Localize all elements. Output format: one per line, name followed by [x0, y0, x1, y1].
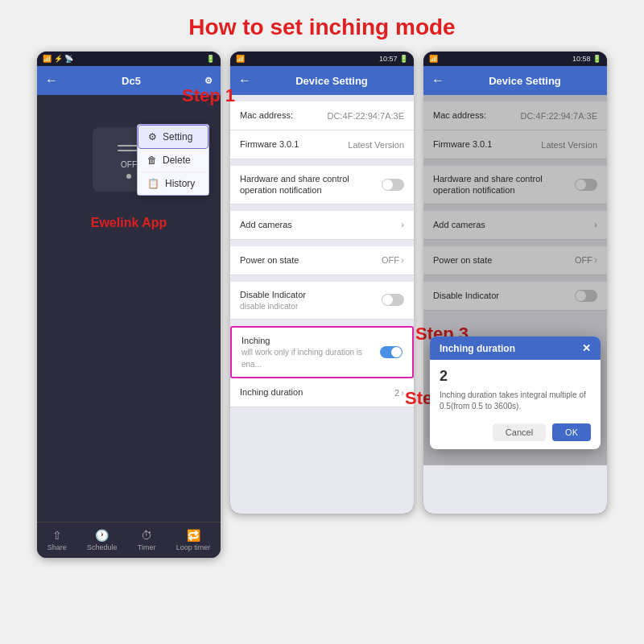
power-on-chevron: ›	[401, 254, 404, 266]
switch-dot	[126, 174, 131, 179]
dialog-description: Inching duration takes integral multiple…	[440, 390, 591, 412]
nav-item-loop-timer[interactable]: 🔁 Loop timer	[176, 529, 211, 551]
phone2-status-bar: 📶 10:57 🔋	[230, 52, 414, 66]
phone3-settings-body: Mac address: DC:4F:22:94:7A:3E Firmware …	[423, 95, 607, 514]
phone1-wrapper: 📶 ⚡ 📡 🔋 ← Dc5 ⚙ ⚙ Setting 🗑	[37, 52, 221, 558]
phone2-add-cameras[interactable]: Add cameras ›	[230, 211, 414, 240]
nav-label-loop-timer: Loop timer	[176, 543, 211, 551]
phone2-disable-indicator[interactable]: Disable Indicatordisable indicator	[230, 282, 414, 320]
firmware-label: Firmware 3.0.1	[240, 138, 348, 150]
phone1-back-arrow[interactable]: ←	[45, 73, 58, 88]
phone2-divider5	[230, 320, 414, 326]
power-on-value: OFF ›	[382, 254, 404, 266]
add-cameras-label: Add cameras	[240, 219, 401, 230]
page-title: How to set inching mode	[0, 0, 644, 52]
hw-notification-label: Hardware and share controloperation noti…	[240, 173, 382, 196]
inching-toggle[interactable]	[380, 346, 402, 358]
phone1-header-menu[interactable]: ⚙	[204, 76, 213, 86]
nav-label-share: Share	[47, 543, 67, 551]
nav-item-share[interactable]: ⇧ Share	[47, 529, 67, 551]
nav-label-timer: Timer	[138, 543, 156, 551]
switch-off-label: OFF	[121, 160, 137, 169]
phone2-settings-body: Mac address: DC:4F:22:94:7A:3E Firmware …	[230, 95, 414, 514]
schedule-icon: 🕐	[95, 529, 109, 542]
phone1: 📶 ⚡ 📡 🔋 ← Dc5 ⚙ ⚙ Setting 🗑	[37, 52, 221, 558]
phone2-divider1	[230, 159, 414, 166]
inching-duration-label: Inching duration	[240, 386, 394, 398]
di-toggle-circle	[382, 295, 393, 305]
disable-indicator-label: Disable Indicatordisable indicator	[240, 289, 382, 312]
phones-row: 📶 ⚡ 📡 🔋 ← Dc5 ⚙ ⚙ Setting 🗑	[0, 52, 644, 558]
phone1-header-title: Dc5	[64, 75, 198, 87]
dialog-cancel-button[interactable]: Cancel	[493, 423, 546, 441]
dialog-footer: Cancel OK	[430, 419, 601, 449]
phone3: 📶 10:58 🔋 ← Device Setting Mac address: …	[423, 52, 607, 514]
mac-value: DC:4F:22:94:7A:3E	[328, 111, 404, 121]
phone1-status-bar: 📶 ⚡ 📡 🔋	[37, 52, 221, 66]
phone3-back-arrow[interactable]: ←	[431, 73, 444, 88]
phone3-wrapper: 📶 10:58 🔋 ← Device Setting Mac address: …	[423, 52, 607, 514]
phone2-divider4	[230, 275, 414, 282]
disable-indicator-toggle[interactable]	[382, 294, 404, 306]
hw-toggle-circle	[382, 180, 393, 190]
phone2-status-left: 📶	[236, 55, 245, 63]
phone2-hw-notification[interactable]: Hardware and share controloperation noti…	[230, 166, 414, 204]
phone2-wrapper: 📶 10:57 🔋 ← Device Setting Mac address: …	[230, 52, 414, 514]
phone2-divider2	[230, 204, 414, 211]
dialog-title: Inching duration	[440, 343, 515, 354]
phone2-firmware: Firmware 3.0.1 Latest Version	[230, 130, 414, 159]
inching-duration-chevron: ›	[401, 387, 404, 398]
phone2-divider3	[230, 240, 414, 246]
dialog-header: Inching duration ✕	[430, 336, 601, 360]
history-icon: 📋	[147, 178, 159, 189]
phone3-header: ← Device Setting	[423, 66, 607, 95]
phone2: 📶 10:57 🔋 ← Device Setting Mac address: …	[230, 52, 414, 514]
phone2-inching[interactable]: Inchingwill work only if inching duratio…	[230, 326, 414, 378]
add-cameras-chevron: ›	[401, 220, 404, 229]
timer-icon: ⏱	[141, 529, 152, 542]
hw-notification-toggle[interactable]	[382, 179, 404, 191]
phone3-status-left: 📶	[429, 55, 438, 63]
setting-label: Setting	[163, 131, 192, 142]
dialog-ok-button[interactable]: OK	[552, 423, 591, 441]
phone2-mac-address: Mac address: DC:4F:22:94:7A:3E	[230, 101, 414, 130]
firmware-value: Latest Version	[348, 140, 404, 150]
phone3-status-right: 10:58 🔋	[572, 55, 601, 63]
setting-icon: ⚙	[148, 131, 157, 142]
dialog-value: 2	[440, 368, 591, 385]
phone1-bottom-nav: ⇧ Share 🕐 Schedule ⏱ Timer 🔁 Loop timer	[37, 522, 221, 558]
delete-label: Delete	[163, 155, 191, 166]
inching-label: Inchingwill work only if inching duratio…	[242, 335, 380, 369]
inching-duration-value: 2 ›	[394, 387, 404, 398]
history-label: History	[165, 178, 195, 189]
nav-item-schedule[interactable]: 🕐 Schedule	[87, 529, 118, 551]
dropdown-item-setting[interactable]: ⚙ Setting	[138, 125, 208, 149]
phone3-header-title: Device Setting	[451, 75, 599, 87]
dropdown-item-history[interactable]: 📋 History	[138, 172, 208, 195]
phone2-back-arrow[interactable]: ←	[238, 73, 251, 88]
inching-toggle-circle	[391, 347, 402, 357]
phone1-header: ← Dc5 ⚙	[37, 66, 221, 95]
phone2-divider-top	[230, 95, 414, 101]
phone2-power-on-state[interactable]: Power on state OFF ›	[230, 246, 414, 275]
dialog-close-button[interactable]: ✕	[582, 342, 591, 354]
phone2-status-right: 10:57 🔋	[379, 55, 408, 63]
phone2-header-title: Device Setting	[258, 75, 406, 87]
phone2-inching-duration[interactable]: Inching duration 2 ›	[230, 378, 414, 407]
power-on-text: OFF	[382, 255, 399, 265]
phone1-body: ⚙ Setting 🗑 Delete 📋 History	[37, 95, 221, 522]
power-on-label: Power on state	[240, 254, 382, 266]
share-icon: ⇧	[52, 529, 62, 542]
nav-item-timer[interactable]: ⏱ Timer	[138, 529, 156, 551]
phone1-dropdown: ⚙ Setting 🗑 Delete 📋 History	[137, 124, 209, 196]
delete-icon: 🗑	[147, 155, 157, 166]
dropdown-item-delete[interactable]: 🗑 Delete	[138, 149, 208, 172]
nav-label-schedule: Schedule	[87, 543, 118, 551]
inching-duration-number: 2	[394, 388, 399, 398]
inching-dialog: Inching duration ✕ 2 Inching duration ta…	[430, 336, 601, 449]
dialog-body: 2 Inching duration takes integral multip…	[430, 360, 601, 419]
mac-label: Mac address:	[240, 109, 328, 121]
phone2-header: ← Device Setting	[230, 66, 414, 95]
phone1-status-right: 🔋	[206, 55, 215, 63]
ewelink-label: Ewelink App	[37, 208, 221, 235]
